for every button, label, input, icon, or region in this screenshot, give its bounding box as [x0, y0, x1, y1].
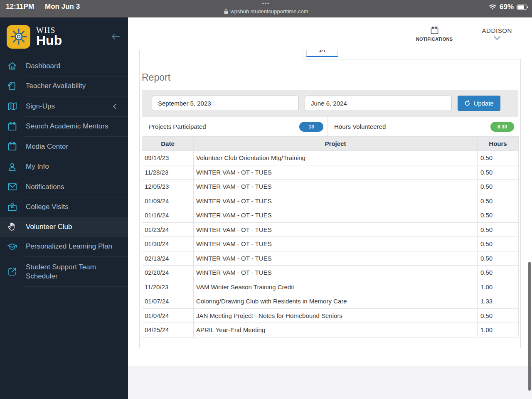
cell-project: WINTER VAM - OT - TUES	[194, 251, 478, 266]
calendar-icon	[7, 121, 18, 132]
table-row: 11/20/23VAM Winter Season Training Credi…	[142, 280, 519, 294]
person-icon	[7, 162, 18, 172]
projects-count-badge: 13	[299, 122, 323, 132]
status-bar: 12:11PM Mon Jun 3 ••• wpshub.studentsupp…	[0, 0, 532, 17]
table-row: 01/07/24Coloring/Drawing Club with Resid…	[142, 294, 519, 309]
notifications-button[interactable]: NOTIFICATIONS	[416, 26, 453, 42]
sidebar-item-label: My Info	[26, 162, 49, 171]
sidebar-item-label: Sign-Ups	[26, 102, 55, 111]
cell-hours: 1.33	[478, 294, 519, 309]
brand: WHS Hub	[36, 27, 62, 47]
divider	[25, 286, 128, 287]
cell-date: 01/23/24	[142, 222, 194, 237]
cell-hours: 0.50	[478, 237, 519, 251]
tab-dots[interactable]: •••	[262, 1, 270, 6]
content-area: 14 Report Update Projects Participated	[128, 50, 532, 366]
sidebar-item-media-center[interactable]: Media Center	[0, 137, 128, 157]
refresh-icon	[464, 100, 470, 106]
sidebar-nav: Dashboard Teacher Availability Sign-Ups	[0, 56, 128, 399]
user-menu[interactable]: ADDISON	[482, 27, 512, 40]
cell-hours: 0.50	[478, 208, 519, 223]
page: 12:11PM Mon Jun 3 ••• wpshub.studentsupp…	[0, 0, 532, 399]
cell-date: 11/28/23	[142, 165, 194, 180]
table-row: 01/16/24WINTER VAM - OT - TUES0.50	[142, 208, 519, 223]
sidebar-item-college-visits[interactable]: College Visits	[0, 197, 128, 217]
document-pencil-icon	[7, 81, 18, 91]
sidebar-item-label: Teacher Availability	[26, 81, 86, 91]
chevron-down-icon	[493, 36, 501, 40]
whs-hub-logo[interactable]	[7, 25, 30, 49]
calendar-day-cell[interactable]: 14	[306, 50, 338, 57]
page-footer	[128, 366, 532, 399]
top-header: NOTIFICATIONS ADDISON	[128, 17, 532, 50]
cell-project: WINTER VAM - OT - TUES	[194, 266, 478, 280]
cell-project: WINTER VAM - OT - TUES	[194, 222, 478, 237]
update-label: Update	[473, 100, 493, 107]
sidebar-item-search-academic-mentors[interactable]: Search Academic Mentors	[0, 117, 128, 137]
end-date-input[interactable]	[305, 96, 452, 111]
table-row: 02/13/24WINTER VAM - OT - TUES0.50	[142, 251, 519, 266]
table-row: 11/28/23WINTER VAM - OT - TUES0.50	[142, 165, 519, 180]
cell-date: 01/16/24	[142, 208, 194, 223]
status-time: 12:11PM	[6, 2, 34, 11]
sidebar-collapse-arrow-icon[interactable]	[110, 32, 121, 41]
cell-date: 01/30/24	[142, 237, 194, 251]
cell-date: 02/13/24	[142, 251, 194, 266]
column-header-project: Project	[194, 137, 478, 151]
calendar-icon	[430, 26, 439, 35]
cell-project: Coloring/Drawing Club with Residents in …	[194, 294, 478, 309]
battery-icon	[517, 5, 527, 10]
sidebar-item-sign-ups[interactable]: Sign-Ups	[0, 96, 128, 116]
cell-date: 04/25/24	[142, 323, 194, 337]
report-summary: Projects Participated 13 Hours Volunteer…	[142, 117, 518, 136]
sidebar-item-label: Notifications	[26, 182, 64, 192]
cell-hours: 0.50	[478, 165, 519, 180]
sidebar-item-label: Student Support Team Scheduler	[26, 263, 116, 281]
start-date-input[interactable]	[152, 96, 299, 111]
battery-percent: 69%	[500, 3, 514, 11]
external-link-icon	[7, 266, 18, 277]
column-header-date: Date	[142, 137, 194, 151]
sidebar-item-label: Search Academic Mentors	[26, 122, 108, 131]
sidebar-item-dashboard[interactable]: Dashboard	[0, 56, 128, 76]
sidebar-item-volunteer-club[interactable]: Volunteer Club	[0, 217, 128, 237]
table-row: 04/25/24APRIL Year-End Meeting1.00	[142, 323, 519, 337]
stat-label: Projects Participated	[149, 123, 206, 130]
sidebar-item-notifications[interactable]: Notifications	[0, 177, 128, 197]
volunteer-report-table: Date Project Hours 09/14/23Volunteer Clu…	[142, 136, 519, 337]
sidebar-item-label: Dashboard	[26, 62, 60, 71]
sidebar: WHS Hub Dashboard	[0, 17, 128, 399]
address-bar[interactable]: wpshub.studentsupporttime.com	[224, 8, 308, 15]
hours-volunteered-stat: Hours Volunteered 8.33	[328, 117, 518, 136]
table-row: 01/23/24WINTER VAM - OT - TUES0.50	[142, 222, 519, 237]
user-name: ADDISON	[482, 27, 512, 34]
projects-participated-stat: Projects Participated 13	[142, 117, 328, 136]
cell-hours: 1.00	[478, 280, 519, 294]
table-header-row: Date Project Hours	[142, 137, 519, 151]
hours-count-badge: 8.33	[490, 122, 514, 132]
table-row: 01/30/24WINTER VAM - OT - TUES0.50	[142, 237, 519, 251]
sidebar-item-my-info[interactable]: My Info	[0, 157, 128, 177]
update-button[interactable]: Update	[458, 96, 500, 111]
chevron-left-icon	[112, 103, 117, 110]
url-text: wpshub.studentsupporttime.com	[230, 8, 308, 15]
sidebar-item-label: College Visits	[26, 202, 69, 212]
wifi-icon	[489, 4, 497, 10]
sidebar-item-teacher-availability[interactable]: Teacher Availability	[0, 76, 128, 96]
cell-hours: 0.50	[478, 222, 519, 237]
cell-project: APRIL Year-End Meeting	[194, 323, 478, 337]
calendar-icon	[7, 141, 18, 152]
report-filter-toolbar: Update	[142, 90, 518, 117]
cell-date: 12/05/23	[142, 180, 194, 194]
sidebar-item-label: Volunteer Club	[26, 222, 72, 232]
cell-hours: 1.00	[478, 323, 519, 337]
cell-project: VAM Winter Season Training Credit	[194, 280, 478, 294]
vertical-scrollbar[interactable]	[528, 262, 531, 391]
cell-hours: 0.50	[478, 308, 519, 323]
sidebar-item-personalized-learning-plan[interactable]: Personalized Learning Plan	[0, 237, 128, 257]
cell-hours: 0.50	[478, 266, 519, 280]
cell-project: Volunteer Club Orientation Mtg/Training	[194, 151, 478, 165]
brand-line2: Hub	[36, 34, 62, 47]
sidebar-item-student-support-team-scheduler[interactable]: Student Support Team Scheduler	[0, 257, 128, 286]
lock-icon	[224, 9, 228, 14]
